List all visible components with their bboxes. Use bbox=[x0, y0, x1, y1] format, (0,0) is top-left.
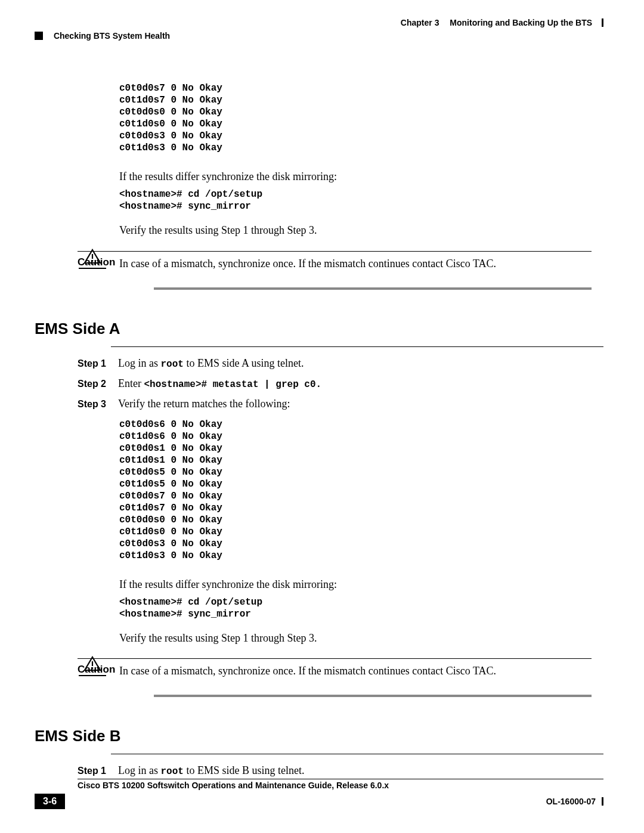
page-header: Chapter 3 Monitoring and Backing Up the … bbox=[35, 18, 603, 48]
caution-end-rule bbox=[154, 287, 592, 290]
step-a2-label: Step 2 bbox=[78, 379, 118, 389]
chapter-number: Chapter 3 bbox=[401, 18, 439, 27]
step-a3: Step 3 Verify the return matches the fol… bbox=[78, 396, 603, 413]
disk-output-1: c0t0d0s7 0 No Okay c0t1d0s7 0 No Okay c0… bbox=[119, 82, 592, 154]
caution-end-rule-2 bbox=[154, 695, 592, 697]
sync-commands-1: <hostname># cd /opt/setup <hostname># sy… bbox=[119, 188, 592, 212]
caution-block-2: Caution In case of a mismatch, synchroni… bbox=[78, 658, 592, 697]
verify-text-a: Verify the results using Step 1 through … bbox=[119, 631, 592, 645]
step-a2-body: Enter <hostname># metastat | grep c0. bbox=[118, 376, 603, 392]
step-a2: Step 2 Enter <hostname># metastat | grep… bbox=[78, 376, 603, 392]
disk-output-a: c0t0d0s6 0 No Okay c0t1d0s6 0 No Okay c0… bbox=[119, 419, 592, 562]
step-a1-label: Step 1 bbox=[78, 358, 118, 369]
caution-icon bbox=[78, 249, 107, 269]
svg-point-3 bbox=[92, 667, 94, 669]
header-breadcrumb: Checking BTS System Health bbox=[35, 31, 170, 41]
svg-point-1 bbox=[92, 260, 94, 262]
footer-guide-title: Cisco BTS 10200 Softswitch Operations an… bbox=[78, 781, 603, 790]
caution-block-1: Caution In case of a mismatch, synchroni… bbox=[78, 251, 592, 290]
section-b-rule bbox=[111, 754, 603, 754]
output-block-initial: c0t0d0s7 0 No Okay c0t1d0s7 0 No Okay c0… bbox=[119, 82, 592, 238]
section-a-outputs: c0t0d0s6 0 No Okay c0t1d0s6 0 No Okay c0… bbox=[119, 419, 592, 646]
step-b1-body: Log in as root to EMS side B using telne… bbox=[118, 763, 603, 779]
header-square-icon bbox=[35, 32, 43, 40]
header-chapter: Chapter 3 Monitoring and Backing Up the … bbox=[401, 18, 603, 27]
footer-page-number: 3-6 bbox=[35, 794, 65, 809]
differ-text-a: If the results differ synchronize the di… bbox=[119, 577, 592, 592]
step-b1: Step 1 Log in as root to EMS side B usin… bbox=[78, 763, 603, 779]
caution-text-2: In case of a mismatch, synchronize once.… bbox=[119, 664, 592, 678]
step-a3-body: Verify the return matches the following: bbox=[118, 396, 603, 413]
chapter-title: Monitoring and Backing Up the BTS bbox=[450, 18, 592, 27]
differ-text-1: If the results differ synchronize the di… bbox=[119, 169, 592, 184]
heading-ems-side-a: EMS Side A bbox=[35, 320, 603, 338]
verify-text-1: Verify the results using Step 1 through … bbox=[119, 223, 592, 237]
heading-ems-side-b: EMS Side B bbox=[35, 727, 603, 745]
header-vertical-bar bbox=[602, 18, 603, 27]
step-a1-body: Log in as root to EMS side A using telne… bbox=[118, 355, 603, 372]
sync-commands-a: <hostname># cd /opt/setup <hostname># sy… bbox=[119, 596, 592, 620]
page-footer: Cisco BTS 10200 Softswitch Operations an… bbox=[35, 779, 603, 809]
section-a-rule bbox=[111, 346, 603, 347]
step-b1-label: Step 1 bbox=[78, 766, 118, 776]
caution-text-1: In case of a mismatch, synchronize once.… bbox=[119, 256, 592, 271]
step-a1: Step 1 Log in as root to EMS side A usin… bbox=[78, 355, 603, 372]
footer-doc-id: OL-16000-07 bbox=[546, 797, 603, 806]
footer-vertical-bar bbox=[602, 797, 603, 806]
section-breadcrumb: Checking BTS System Health bbox=[54, 31, 170, 41]
caution-icon-2 bbox=[78, 656, 107, 676]
step-a3-label: Step 3 bbox=[78, 399, 118, 410]
